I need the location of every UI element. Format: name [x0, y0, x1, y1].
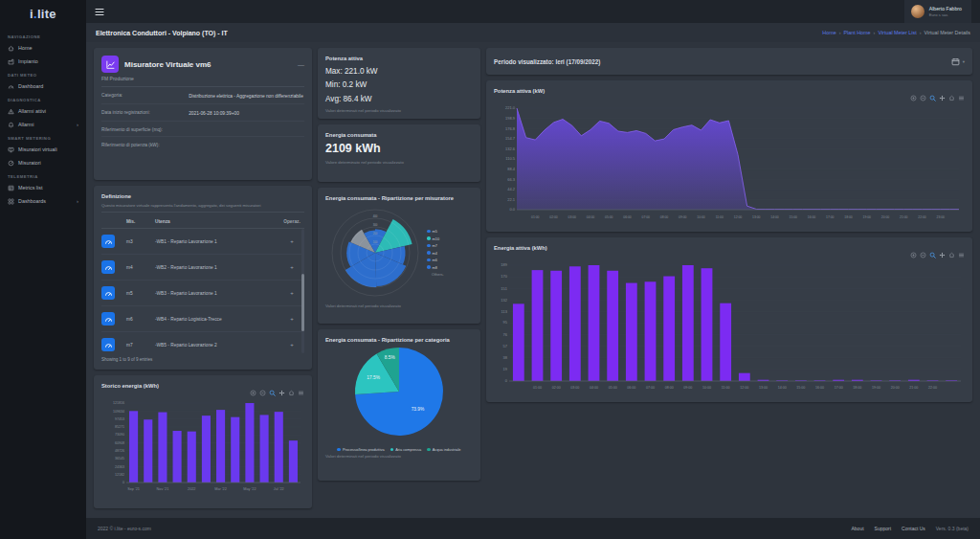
svg-text:06:00: 06:00	[623, 215, 632, 219]
chart-menu-icon[interactable]	[298, 390, 304, 396]
legend-item[interactable]: m5	[427, 229, 444, 234]
svg-text:23:00: 23:00	[937, 215, 946, 219]
svg-text:17.5%: 17.5%	[367, 375, 380, 380]
sidebar-item-dashboards[interactable]: Dashboards ›	[0, 194, 86, 208]
svg-text:88.4: 88.4	[507, 167, 516, 171]
svg-text:170: 170	[501, 274, 507, 279]
svg-text:10:00: 10:00	[702, 386, 711, 390]
detail-value: 2021-06-28 10:09:39+00	[189, 110, 304, 117]
zoom-in-icon[interactable]	[910, 95, 917, 101]
legend-item[interactable]: m4	[427, 251, 444, 256]
sidebar-item-allarmi-attivi[interactable]: Allarmi attivi	[0, 104, 86, 118]
footer-link-support[interactable]: Support	[875, 526, 892, 531]
zoom-out-icon[interactable]	[920, 252, 926, 258]
legend-item[interactable]: Processo/linea produttiva	[337, 447, 384, 452]
table-row[interactable]: m7-WB5 - Reparto Lavorazione 2+	[101, 332, 304, 353]
reset-home-icon[interactable]	[948, 252, 955, 258]
sidebar-item-misuratori[interactable]: Misuratori	[0, 156, 86, 169]
scrollbar-thumb[interactable]	[301, 274, 304, 331]
sidebar-item-misuratori-virtuali[interactable]: Misuratori virtuali	[0, 143, 86, 156]
sidebar-item-dashboard[interactable]: Dashboard	[0, 79, 86, 93]
column-operaz: Operaz.	[279, 219, 304, 224]
footer-link-about[interactable]: About	[851, 526, 863, 531]
virtual-meter-card: Misuratore Virtuale vm6 — FM Produzione …	[94, 48, 312, 180]
svg-text:Nov '21: Nov '21	[157, 487, 169, 491]
table-row[interactable]: m6-WB4 - Reparto Logistica-Trecce+	[101, 306, 304, 332]
svg-text:20:00: 20:00	[881, 215, 890, 219]
detail-value	[189, 127, 304, 132]
svg-text:22:00: 22:00	[928, 386, 937, 390]
svg-text:08:00: 08:00	[660, 215, 669, 219]
breadcrumb-virtual-meter-list[interactable]: Virtual Meter List	[878, 30, 916, 35]
legend-item[interactable]: m10	[427, 236, 444, 241]
svg-text:02:00: 02:00	[549, 215, 558, 219]
pie-chart[interactable]: 73.9%17.5%8.5%	[325, 343, 473, 442]
active-energy-bar-chart[interactable]: 0193857769511313215117018901:0002:0003:0…	[494, 259, 965, 392]
svg-text:66.3: 66.3	[507, 177, 516, 182]
nav-section-navigazione: NAVIGAZIONE	[0, 30, 86, 41]
legend-item[interactable]: Aria compressa	[390, 447, 422, 452]
svg-text:221.0: 221.0	[505, 105, 516, 110]
minimize-button[interactable]: —	[298, 61, 304, 68]
scrollbar-track[interactable]	[301, 229, 304, 353]
zoom-in-icon[interactable]	[250, 390, 256, 396]
user-menu[interactable]: Alberto Fabbro Euro s sas	[904, 0, 971, 23]
sidebar-item-metrics-list[interactable]: Metrics list	[0, 181, 86, 194]
legend-dot-icon	[427, 230, 431, 234]
legend-dot-icon	[337, 448, 341, 452]
sidebar-item-home[interactable]: Home	[0, 41, 86, 55]
nav-section-dati-meteo: DATI METEO	[0, 68, 86, 79]
column-utenza: Utenza	[155, 219, 279, 224]
pan-icon[interactable]	[278, 390, 285, 396]
pan-icon[interactable]	[939, 95, 946, 101]
svg-text:189: 189	[501, 262, 507, 267]
svg-text:12:00: 12:00	[734, 215, 743, 219]
history-bar-chart[interactable]: 0121822436336545487266090873090852719745…	[101, 397, 304, 493]
legend-item[interactable]: m8	[427, 265, 444, 270]
active-power-area-chart[interactable]: 0.022.144.266.388.4110.5132.6154.7176.81…	[494, 102, 965, 221]
zoom-in-icon[interactable]	[910, 252, 917, 258]
svg-text:95: 95	[503, 320, 508, 325]
svg-text:09:00: 09:00	[679, 215, 687, 219]
svg-text:11:00: 11:00	[722, 386, 730, 390]
virtual-meter-icon	[8, 146, 14, 153]
sidebar-item-impianto[interactable]: Impianto	[0, 55, 86, 68]
legend-item[interactable]: Acqua industriale	[427, 447, 460, 452]
legend-others[interactable]: Others.	[432, 272, 444, 277]
chart-menu-icon[interactable]	[958, 95, 965, 101]
svg-text:Sep '21: Sep '21	[127, 487, 140, 491]
breadcrumb-plant-home[interactable]: Plant Home	[843, 30, 870, 35]
breadcrumb-home[interactable]: Home	[822, 30, 835, 35]
polar-area-chart[interactable]: 100200300400	[325, 203, 425, 303]
svg-text:132: 132	[501, 298, 507, 303]
legend-item[interactable]: m6	[427, 258, 444, 262]
reset-home-icon[interactable]	[948, 95, 955, 101]
plant-title: Elettronica Conduttori - Volpiano (TO) -…	[96, 30, 228, 36]
zoom-out-icon[interactable]	[920, 95, 926, 101]
pan-icon[interactable]	[939, 252, 946, 258]
chart-legend: m5m10m7m4m6m8Others.	[427, 229, 444, 277]
legend-item[interactable]: m7	[427, 243, 444, 248]
svg-text:10:00: 10:00	[697, 215, 705, 219]
sidebar-item-allarmi[interactable]: Allarmi ›	[0, 118, 86, 131]
zoom-out-icon[interactable]	[259, 390, 266, 396]
reset-home-icon[interactable]	[288, 390, 295, 396]
svg-text:0: 0	[122, 481, 124, 484]
energy-value: 2109 kWh	[325, 142, 473, 155]
chart-toolbar	[494, 95, 965, 101]
app-logo[interactable]: i.lite	[0, 7, 86, 21]
box-zoom-icon[interactable]	[929, 252, 936, 258]
box-zoom-icon[interactable]	[269, 390, 276, 396]
table-row[interactable]: m3-WB1 - Reparto Lavorazione 1+	[101, 229, 304, 255]
menu-toggle-icon[interactable]	[95, 8, 104, 16]
date-picker-button[interactable]: ▾	[951, 57, 965, 66]
footer-link-contact[interactable]: Contact Us	[902, 526, 925, 531]
chevron-right-icon: ›	[77, 198, 78, 204]
chart-menu-icon[interactable]	[958, 252, 965, 258]
svg-text:24363: 24363	[115, 465, 124, 469]
table-row[interactable]: m5-WB3 - Reparto Lavorazione 1+	[101, 281, 304, 306]
table-row[interactable]: m4-WB2 - Reparto Lavorazione 1+	[101, 255, 304, 281]
column-mis: Mis.	[126, 219, 155, 224]
box-zoom-icon[interactable]	[929, 95, 936, 101]
meter-icon	[8, 160, 14, 167]
